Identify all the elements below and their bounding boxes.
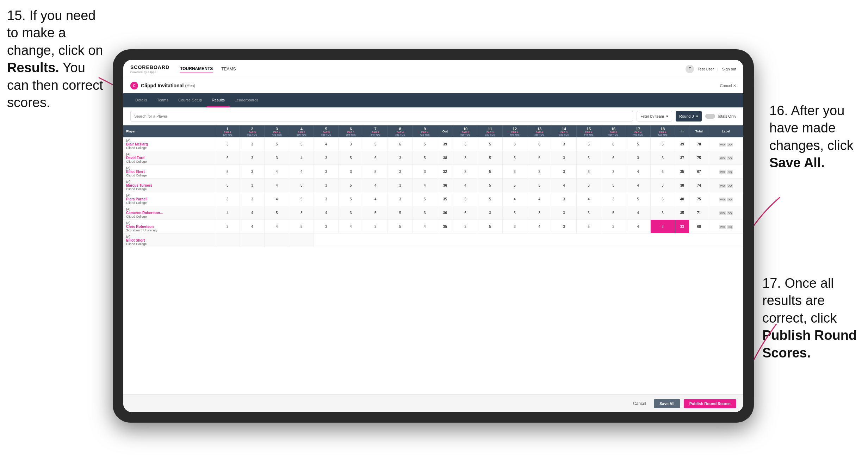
score-hole-2[interactable]: 3 bbox=[240, 192, 265, 206]
totals-toggle-switch[interactable] bbox=[705, 114, 715, 119]
nav-teams[interactable]: TEAMS bbox=[221, 65, 236, 73]
score-hole-16[interactable]: 3 bbox=[601, 165, 626, 179]
score-hole-8[interactable]: 3 bbox=[388, 151, 413, 165]
score-hole-8[interactable]: 5 bbox=[388, 206, 413, 220]
score-hole-3[interactable]: 5 bbox=[265, 137, 289, 151]
score-hole-5[interactable]: 3 bbox=[314, 165, 339, 179]
score-hole-10[interactable]: 5 bbox=[453, 192, 478, 206]
score-hole-3[interactable]: 4 bbox=[265, 192, 289, 206]
score-hole-1[interactable]: 6 bbox=[215, 151, 240, 165]
score-hole-17[interactable]: 4 bbox=[626, 206, 650, 220]
score-hole-2[interactable]: 4 bbox=[240, 220, 265, 234]
score-hole-5[interactable]: 4 bbox=[314, 206, 339, 220]
score-hole-13[interactable]: 4 bbox=[527, 220, 552, 234]
score-hole-3[interactable]: 4 bbox=[265, 220, 289, 234]
score-hole-16[interactable]: 5 bbox=[601, 206, 626, 220]
score-hole-13[interactable]: 3 bbox=[527, 206, 552, 220]
label-wd[interactable]: WD bbox=[719, 170, 726, 174]
score-hole-3[interactable]: 3 bbox=[265, 151, 289, 165]
score-hole-16[interactable]: 6 bbox=[601, 151, 626, 165]
label-dq[interactable]: DQ bbox=[727, 211, 733, 215]
score-hole-3[interactable]: 4 bbox=[265, 165, 289, 179]
score-hole-18[interactable]: 3 bbox=[650, 179, 675, 192]
score-hole-10[interactable]: 3 bbox=[453, 220, 478, 234]
score-hole-1[interactable]: 3 bbox=[215, 137, 240, 151]
score-hole-8[interactable]: 3 bbox=[388, 165, 413, 179]
score-hole-5[interactable]: 3 bbox=[314, 179, 339, 192]
score-hole-12[interactable]: 4 bbox=[502, 192, 527, 206]
publish-round-scores-button[interactable]: Publish Round Scores bbox=[684, 399, 736, 408]
score-hole-11[interactable]: 5 bbox=[478, 179, 502, 192]
cancel-button[interactable]: Cancel ✕ bbox=[720, 83, 736, 88]
cancel-action-button[interactable]: Cancel bbox=[629, 399, 650, 408]
score-hole-8[interactable]: 5 bbox=[388, 220, 413, 234]
round-dropdown[interactable]: Round 3 ▾ bbox=[676, 111, 702, 122]
score-hole-6[interactable]: 4 bbox=[339, 220, 363, 234]
score-hole-17[interactable]: 4 bbox=[626, 179, 650, 192]
score-hole-14[interactable]: 3 bbox=[552, 165, 576, 179]
score-hole-2[interactable]: 3 bbox=[240, 179, 265, 192]
score-hole-11[interactable]: 5 bbox=[478, 151, 502, 165]
score-hole-9[interactable]: 5 bbox=[413, 137, 437, 151]
tab-course-setup[interactable]: Course Setup bbox=[173, 93, 207, 107]
label-wd[interactable]: WD bbox=[719, 198, 726, 201]
score-hole-10[interactable]: 3 bbox=[453, 151, 478, 165]
save-all-button[interactable]: Save All bbox=[654, 399, 680, 408]
score-hole-11[interactable]: 5 bbox=[478, 220, 502, 234]
score-hole-7[interactable]: 4 bbox=[363, 179, 388, 192]
score-hole-5[interactable]: 4 bbox=[314, 137, 339, 151]
score-hole-15[interactable]: 5 bbox=[576, 151, 601, 165]
score-hole-7[interactable]: 5 bbox=[363, 137, 388, 151]
score-hole-9[interactable]: 4 bbox=[413, 220, 437, 234]
label-wd[interactable]: WD bbox=[719, 211, 726, 215]
filter-dropdown[interactable]: Filter by team ▾ bbox=[637, 111, 672, 122]
score-hole-1[interactable]: 3 bbox=[215, 192, 240, 206]
score-hole-11[interactable]: 5 bbox=[478, 137, 502, 151]
score-hole-8[interactable]: 3 bbox=[388, 192, 413, 206]
score-hole-7[interactable]: 5 bbox=[363, 206, 388, 220]
score-hole-8[interactable]: 3 bbox=[388, 179, 413, 192]
score-hole-11[interactable]: 5 bbox=[478, 165, 502, 179]
tab-results[interactable]: Results bbox=[207, 93, 230, 107]
score-hole-4[interactable]: 4 bbox=[289, 151, 314, 165]
score-hole-10[interactable]: 3 bbox=[453, 165, 478, 179]
label-dq[interactable]: DQ bbox=[727, 225, 733, 229]
score-hole-15[interactable]: 3 bbox=[576, 179, 601, 192]
score-hole-9[interactable]: 3 bbox=[413, 206, 437, 220]
score-hole-6[interactable]: 3 bbox=[339, 206, 363, 220]
score-hole-3[interactable]: 4 bbox=[265, 179, 289, 192]
sign-out-link[interactable]: Sign out bbox=[722, 67, 736, 71]
score-hole-4[interactable]: 3 bbox=[289, 206, 314, 220]
score-hole-12[interactable]: 5 bbox=[502, 179, 527, 192]
score-hole-15[interactable]: 5 bbox=[576, 220, 601, 234]
score-hole-6[interactable]: 3 bbox=[339, 137, 363, 151]
score-hole-7[interactable]: 3 bbox=[363, 220, 388, 234]
score-hole-10[interactable]: 6 bbox=[453, 206, 478, 220]
tab-details[interactable]: Details bbox=[130, 93, 152, 107]
score-hole-9[interactable]: 5 bbox=[413, 151, 437, 165]
score-hole-12[interactable]: 5 bbox=[502, 206, 527, 220]
score-hole-7[interactable]: 5 bbox=[363, 165, 388, 179]
score-hole-6[interactable]: 5 bbox=[339, 192, 363, 206]
score-hole-2[interactable]: 3 bbox=[240, 137, 265, 151]
score-hole-18[interactable]: 3 bbox=[650, 206, 675, 220]
score-hole-16[interactable]: 5 bbox=[601, 179, 626, 192]
score-hole-5[interactable]: 3 bbox=[314, 192, 339, 206]
search-input[interactable] bbox=[130, 111, 633, 122]
score-hole-15[interactable]: 4 bbox=[576, 192, 601, 206]
score-hole-18[interactable]: 6 bbox=[650, 165, 675, 179]
score-hole-12[interactable]: 3 bbox=[502, 165, 527, 179]
score-hole-18[interactable]: 3 bbox=[650, 151, 675, 165]
score-hole-13[interactable]: 5 bbox=[527, 179, 552, 192]
score-hole-4[interactable]: 5 bbox=[289, 192, 314, 206]
score-hole-2[interactable]: 4 bbox=[240, 206, 265, 220]
score-hole-14[interactable]: 3 bbox=[552, 137, 576, 151]
label-dq[interactable]: DQ bbox=[727, 156, 733, 160]
tab-teams[interactable]: Teams bbox=[152, 93, 173, 107]
score-hole-1[interactable]: 4 bbox=[215, 206, 240, 220]
score-hole-12[interactable]: 3 bbox=[502, 137, 527, 151]
score-hole-13[interactable]: 3 bbox=[527, 165, 552, 179]
label-wd[interactable]: WD bbox=[719, 225, 726, 229]
score-hole-3[interactable]: 5 bbox=[265, 206, 289, 220]
score-hole-10[interactable]: 3 bbox=[453, 137, 478, 151]
